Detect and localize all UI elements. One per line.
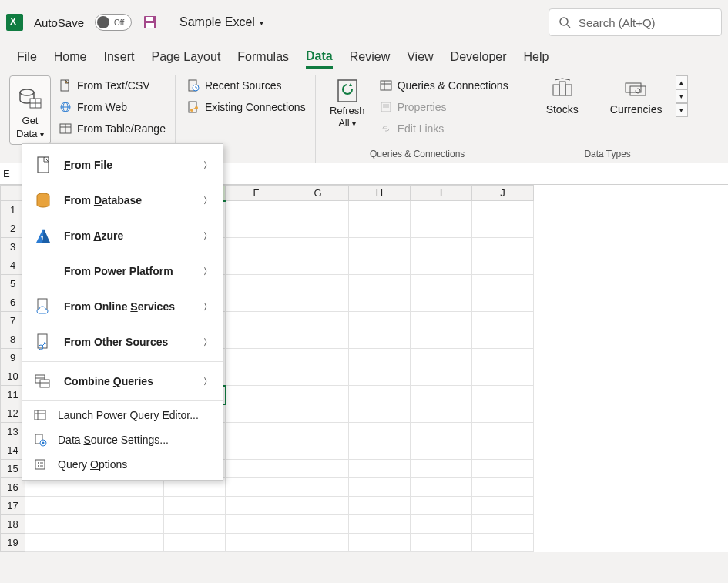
cell-E18[interactable] (164, 515, 226, 534)
cell-G5[interactable] (287, 275, 349, 293)
cell-I10[interactable] (411, 367, 472, 386)
cell-I8[interactable] (411, 330, 472, 349)
menu-launch-power-query-editor[interactable]: Launch Power Query Editor... (22, 403, 223, 427)
cell-E16[interactable] (164, 478, 226, 497)
refresh-all-button[interactable]: Refresh All ▾ (325, 75, 370, 137)
cell-I9[interactable] (411, 349, 472, 367)
cell-G15[interactable] (287, 460, 349, 478)
cell-G17[interactable] (287, 497, 349, 515)
cell-C18[interactable] (25, 515, 102, 534)
row-header-18[interactable]: 18 (1, 515, 25, 534)
cell-I15[interactable] (411, 460, 472, 478)
cell-G1[interactable] (287, 201, 349, 219)
cell-G18[interactable] (287, 515, 349, 534)
tab-insert[interactable]: Insert (103, 50, 134, 67)
cell-I11[interactable] (411, 386, 472, 404)
menu-from-file[interactable]: From File〉 (22, 147, 223, 183)
cell-I18[interactable] (411, 515, 472, 534)
cell-J8[interactable] (472, 330, 534, 349)
datatype-scroll[interactable]: ▴ ▾ ▾ (676, 75, 688, 117)
cell-H7[interactable] (349, 312, 411, 330)
cell-F5[interactable] (226, 275, 287, 293)
cell-F14[interactable] (226, 441, 287, 460)
cell-H12[interactable] (349, 404, 411, 423)
get-data-button[interactable]: Get Data ▾ (9, 75, 51, 145)
save-icon[interactable] (143, 15, 158, 30)
cell-J12[interactable] (472, 404, 534, 423)
cell-G8[interactable] (287, 330, 349, 349)
cell-H3[interactable] (349, 238, 411, 256)
cell-C19[interactable] (25, 534, 102, 552)
cell-J16[interactable] (472, 478, 534, 497)
cell-I12[interactable] (411, 404, 472, 423)
from-web-button[interactable]: From Web (57, 99, 167, 116)
cell-J7[interactable] (472, 312, 534, 330)
row-header-19[interactable]: 19 (1, 534, 25, 552)
cell-J9[interactable] (472, 349, 534, 367)
cell-H19[interactable] (349, 534, 411, 552)
tab-data[interactable]: Data (306, 49, 333, 69)
cell-D19[interactable] (102, 534, 164, 552)
cell-F16[interactable] (226, 478, 287, 497)
scroll-up-icon[interactable]: ▴ (676, 75, 688, 89)
cell-E19[interactable] (164, 534, 226, 552)
cell-H1[interactable] (349, 201, 411, 219)
cell-G16[interactable] (287, 478, 349, 497)
col-header-I[interactable]: I (411, 186, 472, 201)
cell-I7[interactable] (411, 312, 472, 330)
scroll-down-icon[interactable]: ▾ (676, 89, 688, 103)
cell-F11[interactable] (226, 386, 287, 404)
cell-H17[interactable] (349, 497, 411, 515)
cell-F18[interactable] (226, 515, 287, 534)
cell-I17[interactable] (411, 497, 472, 515)
cell-H2[interactable] (349, 219, 411, 238)
queries-connections-button[interactable]: Queries & Connections (377, 77, 510, 94)
scroll-more-icon[interactable]: ▾ (676, 103, 688, 117)
menu-from-power-platform[interactable]: From Power Platform〉 (22, 253, 223, 289)
cell-G3[interactable] (287, 238, 349, 256)
cell-J6[interactable] (472, 293, 534, 312)
cell-E17[interactable] (164, 497, 226, 515)
cell-H14[interactable] (349, 441, 411, 460)
cell-H8[interactable] (349, 330, 411, 349)
recent-sources-button[interactable]: Recent Sources (185, 77, 307, 94)
menu-combine-queries[interactable]: Combine Queries〉 (22, 364, 223, 399)
cell-G6[interactable] (287, 293, 349, 312)
cell-F19[interactable] (226, 534, 287, 552)
cell-G13[interactable] (287, 423, 349, 441)
filename-dropdown[interactable]: Sample Excel ▾ (179, 15, 263, 29)
cell-G7[interactable] (287, 312, 349, 330)
cell-F6[interactable] (226, 293, 287, 312)
cell-H5[interactable] (349, 275, 411, 293)
menu-from-online-services[interactable]: From Online Services〉 (22, 289, 223, 324)
cell-I6[interactable] (411, 293, 472, 312)
cell-F2[interactable] (226, 219, 287, 238)
cell-G10[interactable] (287, 367, 349, 386)
cell-I13[interactable] (411, 423, 472, 441)
from-text-csv-button[interactable]: From Text/CSV (57, 77, 167, 94)
row-header-17[interactable]: 17 (1, 497, 25, 515)
row-header-16[interactable]: 16 (1, 478, 25, 497)
cell-J11[interactable] (472, 386, 534, 404)
cell-G19[interactable] (287, 534, 349, 552)
cell-I5[interactable] (411, 275, 472, 293)
cell-I2[interactable] (411, 219, 472, 238)
cell-J18[interactable] (472, 515, 534, 534)
cell-J5[interactable] (472, 275, 534, 293)
menu-query-options[interactable]: Query Options (22, 452, 223, 477)
cell-J15[interactable] (472, 460, 534, 478)
tab-developer[interactable]: Developer (451, 50, 507, 67)
cell-D18[interactable] (102, 515, 164, 534)
cell-H18[interactable] (349, 515, 411, 534)
cell-I4[interactable] (411, 256, 472, 275)
cell-I19[interactable] (411, 534, 472, 552)
cell-J14[interactable] (472, 441, 534, 460)
cell-J17[interactable] (472, 497, 534, 515)
cell-F12[interactable] (226, 404, 287, 423)
cell-J19[interactable] (472, 534, 534, 552)
cell-G2[interactable] (287, 219, 349, 238)
tab-page-layout[interactable]: Page Layout (151, 50, 220, 67)
cell-I1[interactable] (411, 201, 472, 219)
cell-C16[interactable] (25, 478, 102, 497)
cell-H16[interactable] (349, 478, 411, 497)
